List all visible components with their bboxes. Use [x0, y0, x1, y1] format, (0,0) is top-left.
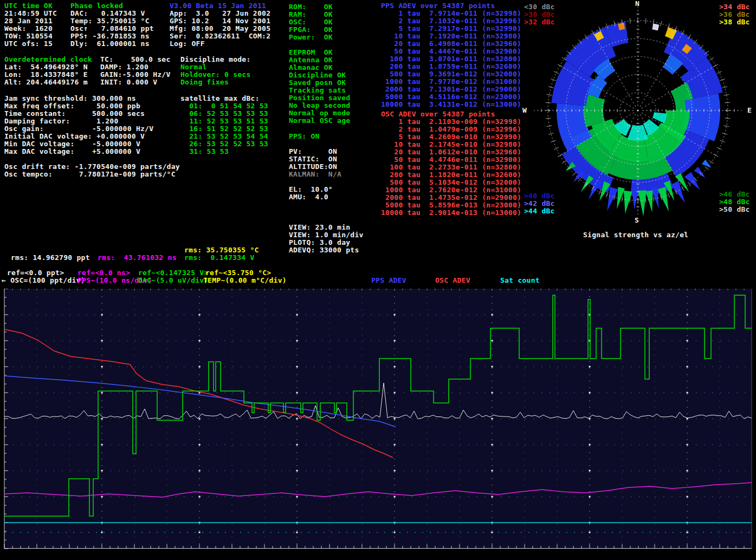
text-line: Min DAC voltage: -5.000000 V: [4, 140, 153, 148]
polar-center-dot: [637, 109, 638, 111]
main-strip-chart: [4, 289, 752, 549]
adev-line: 5 tau 7.2917e-011 (n=32990): [381, 25, 521, 32]
text-line: Holdover: 0 secs: [180, 71, 251, 79]
text-line: Osc drift rate: -1.770540e-009 parts/day: [4, 163, 180, 171]
text-line: Mfg: 08:00 20 May 2005: [170, 25, 270, 32]
adev-line: 5000 tau 4.5116e-012 (n=23000): [381, 93, 521, 101]
text-line: >46 dBc: [719, 191, 750, 198]
pps-adev-legend: PPS ADEV: [371, 277, 406, 284]
text-line: >32 dBc: [524, 18, 555, 26]
temp-scale-label: TEMP~(0.00 m°C/div): [203, 277, 287, 284]
text-line: ROM: OK: [289, 3, 333, 11]
adev-line: 10000 tau 3.4131e-012 (n=13000): [381, 101, 521, 108]
text-line: 16: 51 52 52 52 53: [180, 125, 268, 133]
compass-west-label: W: [522, 107, 527, 114]
view-queue-block: VIEW: 23.0 minVIEW: 1.0 min/divPLOTQ: 3.…: [289, 224, 364, 254]
text-line: VIEW: 23.0 min: [289, 224, 364, 231]
text-line: DAC: 0.147343 V: [70, 10, 154, 17]
el-amu-block: EL: 10.0°AMU: 4.0: [289, 186, 333, 201]
receiver-flags-block: PV: ONSTATIC: ONALTITUDE:ONKALMAN: N/A: [289, 148, 341, 178]
text-line: Normal: [180, 63, 251, 71]
text-line: App: 3.0 27 Jun 2002: [170, 10, 270, 17]
dbc-legend-bottom-left: >40 dBc>42 dBc>44 dBc: [524, 192, 555, 215]
adev-line: 1000 tau 7.9778e-012 (n=31000): [381, 78, 521, 86]
text-line: UTC time OK: [4, 2, 57, 10]
text-line: UTC ofs: 15: [4, 40, 57, 48]
text-line: Power: OK: [289, 34, 333, 41]
rms-pps-readout: rms: 43.761032 ns: [98, 254, 177, 262]
dbc-legend-bottom-right: >46 dBc>48 dBc>50 dBc: [719, 191, 750, 213]
adev-line: 2 tau 1.0479e-009 (n=32996): [381, 126, 521, 133]
plot-background: [4, 289, 752, 549]
text-line: GAIN:-5.000 Hz/V: [100, 71, 171, 79]
adev-line: 500 tau 9.3691e-012 (n=32000): [381, 70, 521, 78]
text-line: 28 Jan 2011: [4, 17, 57, 25]
text-line: >48 dBc: [719, 198, 750, 206]
text-line: TC: 500.0 sec: [100, 56, 171, 63]
text-line: Lon: 18.4337848° E: [4, 71, 92, 79]
text-line: DAMP: 1.200: [100, 63, 171, 71]
text-line: PPS↑ -36.781853 ns: [70, 32, 154, 40]
rms-temp-readout: rms: 35.750355 °C: [184, 246, 259, 254]
pps-ref-label: ref=<0.0 ns>: [77, 269, 130, 277]
text-line: 06: 52 53 53 53 53: [180, 110, 268, 118]
text-line: ALTITUDE:ON: [289, 163, 341, 171]
phase-lock-block: Phase lockedDAC: 0.147343 VTemp: 35.7500…: [70, 2, 154, 48]
polar-caption: Signal strength vs az/el: [583, 231, 688, 239]
osc-adev-legend: OSC ADEV: [435, 277, 470, 284]
text-line: Discipline mode:: [180, 56, 251, 63]
text-line: Osc↑ 7.084610 ppt: [70, 25, 154, 32]
utc-status-block: UTC time OK21:48:59 UTC28 Jan 2011Week: …: [4, 2, 57, 48]
adev-line: 1 tau 7.9714e-011 (n=32998): [381, 10, 521, 17]
adev-line: 100 tau 2.2733e-011 (n=32800): [381, 164, 521, 171]
rms-dac-readout: rms: 0.147334 V: [184, 254, 255, 262]
osc-ref-label: ref=<0.0 ppt>: [7, 269, 64, 277]
adev-line: OSC ADEV over 54387 points: [381, 110, 521, 118]
text-line: AMU: 4.0: [289, 193, 333, 201]
adev-line: 200 tau 1.1820e-011 (n=32600): [381, 171, 521, 179]
text-line: Max DAC voltage: +5.000000 V: [4, 148, 153, 155]
text-line: >44 dBc: [524, 207, 555, 215]
pps-state-block: PPS: ON: [289, 133, 320, 140]
text-line: 11: 52 53 53 51 53: [180, 118, 268, 125]
text-line: Log: OFF: [170, 40, 270, 48]
sat-count-legend: Sat count: [500, 277, 540, 284]
text-line: No leap second: [289, 102, 350, 109]
temp-ref-label: ref~<35.750 °C>: [205, 269, 271, 277]
text-line: Damping factor: 1.200: [4, 118, 153, 125]
adev-line: 50 tau 4.4467e-011 (n=32900): [381, 48, 521, 55]
text-line: 21:48:59 UTC: [4, 10, 57, 17]
pps-adev-table: PPS ADEV over 54387 points 1 tau 7.9714e…: [381, 2, 521, 108]
text-line: OSC: OK: [289, 18, 333, 26]
text-line: STATIC: ON: [289, 155, 341, 163]
text-line: >38 dBc: [719, 18, 750, 26]
text-line: Normal OSC age: [289, 117, 350, 125]
text-line: Discipline OK: [289, 71, 350, 79]
adev-line: 20 tau 6.4908e-011 (n=32960): [381, 40, 521, 48]
dbc-legend-top-left: <30 dBc>30 dBc>32 dBc: [524, 3, 555, 26]
text-line: Phase locked: [70, 2, 154, 10]
text-line: Normal op mode: [289, 109, 350, 117]
text-line: EEPROM OK: [289, 49, 350, 56]
text-line: Osc gain: -5.000000 Hz/V: [4, 125, 153, 133]
text-line: PPS: ON: [289, 133, 320, 140]
text-line: Time constant: 500.000 secs: [4, 110, 153, 118]
adev-line: 5 tau 4.2609e-010 (n=32990): [381, 133, 521, 141]
dac-scale-label: DAC~(5.0 uV/div): [138, 277, 209, 284]
receiver-status-block: EEPROM OKAntenna OKAlmanac OKDiscipline …: [289, 49, 350, 125]
loop-params-block: TC: 500.0 secDAMP: 1.200GAIN:-5.000 Hz/V…: [100, 56, 171, 86]
text-line: >34 dBc: [719, 3, 750, 11]
adev-line: 2 tau 7.1032e-011 (n=32996): [381, 17, 521, 25]
text-line: KALMAN: N/A: [289, 171, 341, 178]
position-block: Overdetermined clockLat: 54.4964928° NLo…: [4, 56, 92, 86]
adev-line: PPS ADEV over 54387 points: [381, 2, 521, 10]
adev-line: 1000 tau 2.7620e-012 (n=31000): [381, 186, 521, 194]
dbc-legend-top-right: >34 dBc>36 dBc>38 dBc: [719, 3, 750, 26]
adev-line: 50 tau 4.4746e-011 (n=32900): [381, 156, 521, 164]
adev-line: 10 tau 2.1745e-010 (n=32980): [381, 141, 521, 148]
compass-south-label: S: [635, 217, 639, 224]
text-line: Temp: 35.750015 °C: [70, 17, 154, 25]
rms-osc-readout: rms: 14.962790 ppt: [11, 254, 90, 262]
adev-line: 100 tau 3.0701e-011 (n=32800): [381, 55, 521, 63]
health-block: ROM: OKRAM: OKOSC: OKFPGA: OKPower: OK: [289, 3, 333, 41]
